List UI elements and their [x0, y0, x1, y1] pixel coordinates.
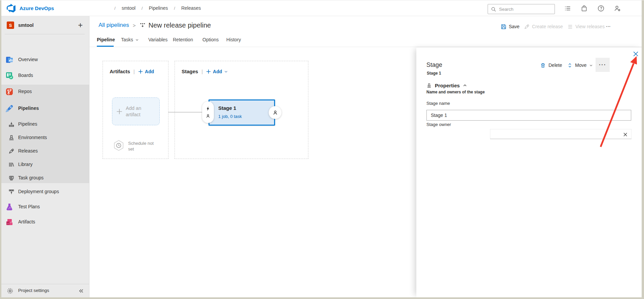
add-project-item-button[interactable]: +: [75, 19, 85, 31]
stage-owner-picker[interactable]: [490, 129, 632, 139]
stage-card-stage-1[interactable]: Stage 1 1 job, 0 task: [209, 99, 275, 126]
brand-text: Azure DevOps: [20, 5, 54, 11]
gear-icon: [7, 288, 13, 294]
properties-section-header[interactable]: Properties: [426, 83, 467, 88]
test-plans-icon: [5, 203, 13, 211]
sidebar-item-library[interactable]: Library: [0, 158, 89, 171]
plus-icon: [138, 69, 143, 74]
sidebar-item-deployment-groups[interactable]: Deployment groups: [0, 185, 89, 199]
stage-card-name: Stage 1: [218, 105, 236, 111]
breadcrumb-chevron: >: [133, 23, 136, 28]
properties-description: Name and owners of the stage: [426, 90, 485, 94]
breadcrumb-pipelines[interactable]: Pipelines: [149, 5, 168, 11]
panel-title: Stage: [426, 61, 442, 69]
sidebar-item-pipelines[interactable]: Pipelines: [0, 102, 89, 115]
tab-variables[interactable]: Variables: [148, 37, 167, 42]
stages-title: Stages: [182, 69, 198, 74]
lightning-icon: [206, 106, 210, 111]
sidebar-item-repos[interactable]: Repos: [0, 85, 89, 98]
clear-x-icon: [623, 132, 628, 137]
close-panel-button[interactable]: [632, 50, 639, 57]
marketplace-bag-icon[interactable]: [580, 4, 589, 13]
sidebar-item-test-plans[interactable]: Test Plans: [0, 200, 89, 214]
view-releases-button[interactable]: View releases: [567, 22, 605, 31]
add-stage-button[interactable]: Add: [206, 69, 228, 74]
active-tab-underline: [97, 46, 114, 47]
add-artifact-tile-label: Add an artifact: [126, 105, 151, 118]
tab-history[interactable]: History: [226, 37, 241, 42]
sidebar-divider: [5, 34, 85, 34]
pipeline-breadcrumb-row: All pipelines > New release pipeline: [99, 20, 211, 30]
stage-card-job-task-link[interactable]: 1 job, 0 task: [218, 114, 242, 119]
tab-retention[interactable]: Retention: [173, 37, 193, 42]
project-avatar: S: [7, 22, 14, 29]
chevron-up-icon: [463, 83, 467, 88]
plus-icon: [116, 109, 122, 115]
plus-icon: [206, 69, 211, 74]
deployment-groups-icon: [8, 189, 14, 195]
search-input[interactable]: [499, 7, 550, 12]
breadcrumb-releases[interactable]: Releases: [181, 5, 201, 11]
more-actions-button[interactable]: ···: [606, 22, 611, 31]
add-artifact-button[interactable]: Add: [138, 69, 154, 74]
environments-icon: [8, 135, 14, 141]
sidebar-item-artifacts[interactable]: Artifacts: [0, 215, 89, 229]
window-frame-top: [0, 0, 644, 0]
tab-pipeline[interactable]: Pipeline: [97, 37, 115, 42]
person-icon: [272, 110, 278, 115]
library-icon: [8, 162, 14, 168]
breadcrumb-separator: /: [114, 6, 116, 11]
clear-owner-button[interactable]: [622, 132, 628, 137]
tab-tasks[interactable]: Tasks: [121, 37, 139, 42]
tab-options[interactable]: Options: [202, 37, 219, 42]
stage-name-input[interactable]: [426, 110, 631, 121]
create-release-button[interactable]: Create release: [524, 22, 563, 31]
all-pipelines-link[interactable]: All pipelines: [99, 22, 129, 29]
artifacts-divider: |: [134, 69, 135, 74]
breadcrumb: / smtool / Pipelines / Releases: [114, 0, 201, 16]
pipeline-page-header: All pipelines > New release pipeline Sav…: [89, 16, 644, 47]
project-settings-button[interactable]: Project settings: [0, 284, 89, 297]
sidebar-item-pipelines-sub[interactable]: Pipelines: [0, 118, 89, 131]
user-settings-icon[interactable]: [613, 4, 622, 13]
sidebar-item-releases[interactable]: Releases: [0, 144, 89, 158]
trash-icon: [540, 62, 546, 68]
azure-devops-home-link[interactable]: Azure DevOps: [7, 0, 54, 16]
search-box[interactable]: [488, 4, 555, 14]
move-stage-button[interactable]: Move: [567, 61, 593, 69]
save-button[interactable]: Save: [501, 22, 520, 31]
person-icon: [205, 114, 211, 118]
release-pipeline-icon: [140, 22, 146, 28]
overview-icon: [5, 56, 13, 64]
artifact-stage-connector-line: [168, 112, 203, 113]
help-icon[interactable]: [597, 4, 605, 13]
repos-icon: [5, 88, 13, 96]
pre-deployment-conditions-button[interactable]: [202, 101, 214, 123]
move-up-down-icon: [567, 63, 572, 68]
breadcrumb-project[interactable]: smtool: [122, 5, 136, 11]
sidebar-project-row[interactable]: S smtool +: [0, 19, 89, 34]
artifacts-panel: Artifacts | Add Add an artifact Schedule…: [103, 61, 168, 159]
collapse-sidebar-icon[interactable]: [78, 288, 84, 294]
schedule-trigger[interactable]: Schedule not set: [113, 140, 160, 153]
sidebar-item-task-groups[interactable]: Task groups: [0, 171, 89, 185]
window-frame-left: [0, 0, 1, 299]
pipelines-sub-icon: [8, 121, 14, 127]
sidebar-item-environments[interactable]: Environments: [0, 131, 89, 144]
delete-stage-button[interactable]: Delete: [540, 61, 562, 69]
window-frame-bottom: [0, 297, 644, 299]
top-bar: Azure DevOps / smtool / Pipelines / Rele…: [0, 0, 644, 16]
work-items-list-icon[interactable]: [563, 4, 572, 13]
schedule-label: Schedule not set: [128, 140, 160, 153]
search-icon: [491, 6, 496, 12]
pipelines-icon: [5, 104, 13, 113]
post-deployment-conditions-button[interactable]: [269, 106, 281, 119]
breadcrumb-separator: /: [142, 6, 143, 11]
page-title: New release pipeline: [149, 22, 211, 29]
add-artifact-tile[interactable]: Add an artifact: [112, 97, 160, 125]
panel-more-actions-button[interactable]: ···: [596, 58, 610, 72]
sidebar-item-overview[interactable]: Overview: [0, 53, 89, 67]
chevron-down-icon: [135, 38, 139, 42]
task-groups-icon: [8, 175, 14, 181]
sidebar-item-boards[interactable]: Boards: [0, 69, 89, 82]
